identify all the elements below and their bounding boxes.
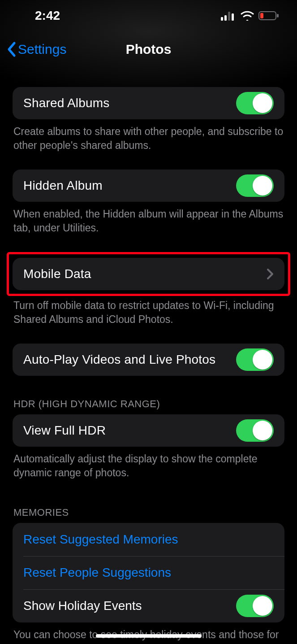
hdr-footer: Automatically adjust the display to show… xyxy=(13,452,284,480)
shared-albums-group: Shared Albums Create albums to share wit… xyxy=(13,87,284,152)
toggle-knob xyxy=(253,421,272,440)
memories-group: Reset Suggested Memories Reset People Su… xyxy=(13,523,284,622)
page-title: Photos xyxy=(126,42,172,57)
svg-rect-5 xyxy=(277,14,279,17)
hidden-album-toggle[interactable] xyxy=(236,174,274,197)
autoplay-label: Auto-Play Videos and Live Photos xyxy=(23,352,215,367)
mobile-data-footer: Turn off mobile data to restrict updates… xyxy=(13,299,284,326)
toggle-knob xyxy=(253,350,272,370)
hdr-section-header: HDR (HIGH DYNAMIC RANGE) xyxy=(13,398,284,414)
cellular-signal-icon xyxy=(221,11,236,21)
status-icons xyxy=(221,11,279,21)
highlight-frame: Mobile Data xyxy=(7,252,290,296)
back-label: Settings xyxy=(18,42,66,57)
autoplay-group: Auto-Play Videos and Live Photos xyxy=(13,344,284,376)
reset-suggested-memories-row[interactable]: Reset Suggested Memories xyxy=(13,523,284,556)
shared-albums-toggle[interactable] xyxy=(236,92,274,114)
hidden-album-group: Hidden Album When enabled, the Hidden al… xyxy=(13,170,284,235)
toggle-knob xyxy=(253,93,272,113)
status-time: 2:42 xyxy=(35,9,60,23)
hidden-album-cell[interactable]: Hidden Album xyxy=(13,170,284,202)
status-bar: 2:42 xyxy=(0,0,297,31)
memories-section-header: MEMORIES xyxy=(13,507,284,523)
wifi-icon xyxy=(241,11,254,21)
chevron-left-icon xyxy=(6,41,17,57)
home-indicator[interactable] xyxy=(96,634,202,638)
show-holiday-events-toggle[interactable] xyxy=(236,595,274,617)
show-holiday-events-row[interactable]: Show Holiday Events xyxy=(13,589,284,622)
settings-content: Shared Albums Create albums to share wit… xyxy=(0,87,297,644)
svg-rect-1 xyxy=(224,15,227,21)
shared-albums-cell[interactable]: Shared Albums xyxy=(13,87,284,119)
autoplay-cell[interactable]: Auto-Play Videos and Live Photos xyxy=(13,344,284,376)
battery-low-icon xyxy=(258,11,279,21)
chevron-right-icon xyxy=(267,268,274,280)
reset-people-suggestions-label: Reset People Suggestions xyxy=(23,566,171,580)
mobile-data-cell[interactable]: Mobile Data xyxy=(13,258,284,290)
hdr-group: View Full HDR Automatically adjust the d… xyxy=(13,414,284,480)
mobile-data-label: Mobile Data xyxy=(23,267,91,281)
autoplay-toggle[interactable] xyxy=(236,348,274,371)
svg-rect-3 xyxy=(232,13,234,21)
nav-header: Settings Photos xyxy=(0,31,297,67)
shared-albums-footer: Create albums to share with other people… xyxy=(13,125,284,152)
hdr-cell[interactable]: View Full HDR xyxy=(13,414,284,447)
svg-rect-2 xyxy=(228,12,230,21)
hidden-album-label: Hidden Album xyxy=(23,178,103,193)
hdr-toggle[interactable] xyxy=(236,419,274,442)
svg-rect-6 xyxy=(260,13,263,18)
reset-people-suggestions-row[interactable]: Reset People Suggestions xyxy=(13,556,284,589)
hdr-label: View Full HDR xyxy=(23,423,106,438)
toggle-knob xyxy=(253,596,272,616)
back-button[interactable]: Settings xyxy=(6,41,66,57)
show-holiday-events-label: Show Holiday Events xyxy=(23,599,142,613)
toggle-knob xyxy=(253,176,272,196)
reset-suggested-memories-label: Reset Suggested Memories xyxy=(23,532,178,547)
mobile-data-group: Mobile Data Turn off mobile data to rest… xyxy=(13,252,284,326)
shared-albums-label: Shared Albums xyxy=(23,96,110,110)
svg-rect-0 xyxy=(221,17,223,21)
hidden-album-footer: When enabled, the Hidden album will appe… xyxy=(13,207,284,235)
